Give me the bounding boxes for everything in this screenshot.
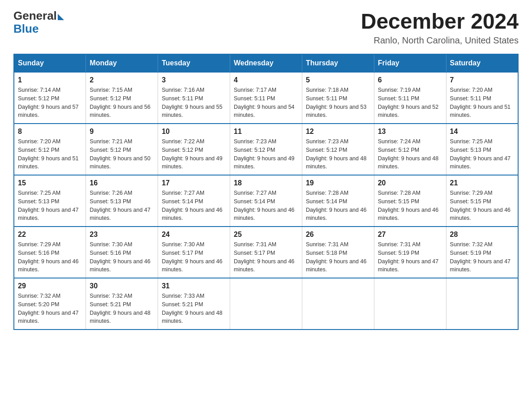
day-number: 7	[450, 76, 514, 84]
calendar-week-row: 29Sunrise: 7:32 AMSunset: 5:20 PMDayligh…	[14, 278, 518, 330]
day-info: Sunrise: 7:18 AMSunset: 5:11 PMDaylight:…	[306, 86, 370, 120]
day-info: Sunrise: 7:31 AMSunset: 5:19 PMDaylight:…	[378, 240, 442, 274]
day-info: Sunrise: 7:16 AMSunset: 5:11 PMDaylight:…	[162, 86, 226, 120]
calendar-cell: 5Sunrise: 7:18 AMSunset: 5:11 PMDaylight…	[302, 72, 374, 124]
day-number: 20	[378, 179, 442, 187]
day-info: Sunrise: 7:23 AMSunset: 5:12 PMDaylight:…	[306, 137, 370, 171]
weekday-header-thursday: Thursday	[302, 54, 374, 72]
day-number: 5	[306, 76, 370, 84]
day-number: 27	[378, 231, 442, 239]
day-number: 1	[18, 76, 82, 84]
calendar-cell: 17Sunrise: 7:27 AMSunset: 5:14 PMDayligh…	[158, 175, 230, 227]
day-info: Sunrise: 7:29 AMSunset: 5:16 PMDaylight:…	[18, 240, 82, 274]
day-info: Sunrise: 7:15 AMSunset: 5:12 PMDaylight:…	[90, 86, 154, 120]
calendar-cell: 29Sunrise: 7:32 AMSunset: 5:20 PMDayligh…	[14, 278, 86, 330]
day-number: 26	[306, 231, 370, 239]
day-number: 16	[90, 179, 154, 187]
weekday-header-wednesday: Wednesday	[230, 54, 302, 72]
calendar-cell: 27Sunrise: 7:31 AMSunset: 5:19 PMDayligh…	[374, 227, 446, 278]
calendar-table: SundayMondayTuesdayWednesdayThursdayFrid…	[13, 54, 519, 330]
day-number: 2	[90, 76, 154, 84]
day-number: 6	[378, 76, 442, 84]
day-info: Sunrise: 7:32 AMSunset: 5:21 PMDaylight:…	[90, 292, 154, 325]
logo-general-text: General	[13, 9, 57, 23]
day-number: 12	[306, 128, 370, 136]
calendar-cell: 1Sunrise: 7:14 AMSunset: 5:12 PMDaylight…	[14, 72, 86, 124]
day-number: 23	[90, 231, 154, 239]
day-info: Sunrise: 7:32 AMSunset: 5:20 PMDaylight:…	[18, 292, 82, 325]
day-info: Sunrise: 7:30 AMSunset: 5:16 PMDaylight:…	[90, 240, 154, 274]
day-info: Sunrise: 7:31 AMSunset: 5:18 PMDaylight:…	[306, 240, 370, 274]
calendar-cell: 26Sunrise: 7:31 AMSunset: 5:18 PMDayligh…	[302, 227, 374, 278]
day-info: Sunrise: 7:28 AMSunset: 5:14 PMDaylight:…	[306, 189, 370, 223]
day-number: 25	[234, 231, 298, 239]
day-info: Sunrise: 7:24 AMSunset: 5:12 PMDaylight:…	[378, 137, 442, 171]
calendar-cell: 2Sunrise: 7:15 AMSunset: 5:12 PMDaylight…	[86, 72, 158, 124]
day-info: Sunrise: 7:20 AMSunset: 5:11 PMDaylight:…	[450, 86, 514, 120]
day-info: Sunrise: 7:19 AMSunset: 5:11 PMDaylight:…	[378, 86, 442, 120]
day-info: Sunrise: 7:14 AMSunset: 5:12 PMDaylight:…	[18, 86, 82, 120]
day-info: Sunrise: 7:22 AMSunset: 5:12 PMDaylight:…	[162, 137, 226, 171]
calendar-cell: 8Sunrise: 7:20 AMSunset: 5:12 PMDaylight…	[14, 124, 86, 175]
calendar-cell: 15Sunrise: 7:25 AMSunset: 5:13 PMDayligh…	[14, 175, 86, 227]
day-info: Sunrise: 7:29 AMSunset: 5:15 PMDaylight:…	[450, 189, 514, 223]
calendar-cell: 6Sunrise: 7:19 AMSunset: 5:11 PMDaylight…	[374, 72, 446, 124]
day-info: Sunrise: 7:21 AMSunset: 5:12 PMDaylight:…	[90, 137, 154, 171]
day-number: 8	[18, 128, 82, 136]
day-number: 29	[18, 282, 82, 290]
day-info: Sunrise: 7:17 AMSunset: 5:11 PMDaylight:…	[234, 86, 298, 120]
logo-blue-text: Blue	[13, 22, 39, 36]
day-number: 31	[162, 282, 226, 290]
month-year-title: December 2024	[361, 9, 519, 34]
day-number: 18	[234, 179, 298, 187]
weekday-header-tuesday: Tuesday	[158, 54, 230, 72]
day-info: Sunrise: 7:31 AMSunset: 5:17 PMDaylight:…	[234, 240, 298, 274]
weekday-header-sunday: Sunday	[14, 54, 86, 72]
calendar-cell: 10Sunrise: 7:22 AMSunset: 5:12 PMDayligh…	[158, 124, 230, 175]
calendar-cell	[446, 278, 518, 330]
title-block: December 2024 Ranlo, North Carolina, Uni…	[361, 9, 519, 46]
day-number: 28	[450, 231, 514, 239]
calendar-cell: 3Sunrise: 7:16 AMSunset: 5:11 PMDaylight…	[158, 72, 230, 124]
calendar-cell: 11Sunrise: 7:23 AMSunset: 5:12 PMDayligh…	[230, 124, 302, 175]
day-number: 19	[306, 179, 370, 187]
day-number: 9	[90, 128, 154, 136]
calendar-cell: 20Sunrise: 7:28 AMSunset: 5:15 PMDayligh…	[374, 175, 446, 227]
calendar-cell: 18Sunrise: 7:27 AMSunset: 5:14 PMDayligh…	[230, 175, 302, 227]
calendar-week-row: 8Sunrise: 7:20 AMSunset: 5:12 PMDaylight…	[14, 124, 518, 175]
day-info: Sunrise: 7:32 AMSunset: 5:19 PMDaylight:…	[450, 240, 514, 274]
day-info: Sunrise: 7:30 AMSunset: 5:17 PMDaylight:…	[162, 240, 226, 274]
calendar-week-row: 1Sunrise: 7:14 AMSunset: 5:12 PMDaylight…	[14, 72, 518, 124]
day-info: Sunrise: 7:27 AMSunset: 5:14 PMDaylight:…	[162, 189, 226, 223]
day-number: 15	[18, 179, 82, 187]
weekday-header-row: SundayMondayTuesdayWednesdayThursdayFrid…	[14, 54, 518, 72]
day-info: Sunrise: 7:20 AMSunset: 5:12 PMDaylight:…	[18, 137, 82, 171]
calendar-cell: 19Sunrise: 7:28 AMSunset: 5:14 PMDayligh…	[302, 175, 374, 227]
weekday-header-monday: Monday	[86, 54, 158, 72]
day-info: Sunrise: 7:25 AMSunset: 5:13 PMDaylight:…	[450, 137, 514, 171]
calendar-cell	[302, 278, 374, 330]
calendar-cell: 4Sunrise: 7:17 AMSunset: 5:11 PMDaylight…	[230, 72, 302, 124]
logo: General Blue	[13, 9, 64, 36]
calendar-cell: 13Sunrise: 7:24 AMSunset: 5:12 PMDayligh…	[374, 124, 446, 175]
day-number: 10	[162, 128, 226, 136]
day-number: 4	[234, 76, 298, 84]
day-info: Sunrise: 7:27 AMSunset: 5:14 PMDaylight:…	[234, 189, 298, 223]
calendar-week-row: 22Sunrise: 7:29 AMSunset: 5:16 PMDayligh…	[14, 227, 518, 278]
calendar-cell: 31Sunrise: 7:33 AMSunset: 5:21 PMDayligh…	[158, 278, 230, 330]
calendar-cell: 14Sunrise: 7:25 AMSunset: 5:13 PMDayligh…	[446, 124, 518, 175]
calendar-cell	[374, 278, 446, 330]
day-number: 11	[234, 128, 298, 136]
day-number: 21	[450, 179, 514, 187]
page-header: General Blue December 2024 Ranlo, North …	[13, 9, 519, 46]
day-number: 30	[90, 282, 154, 290]
calendar-cell: 28Sunrise: 7:32 AMSunset: 5:19 PMDayligh…	[446, 227, 518, 278]
day-number: 13	[378, 128, 442, 136]
day-info: Sunrise: 7:33 AMSunset: 5:21 PMDaylight:…	[162, 292, 226, 325]
calendar-cell: 16Sunrise: 7:26 AMSunset: 5:13 PMDayligh…	[86, 175, 158, 227]
day-number: 14	[450, 128, 514, 136]
calendar-cell: 30Sunrise: 7:32 AMSunset: 5:21 PMDayligh…	[86, 278, 158, 330]
logo-arrow-icon	[58, 14, 64, 20]
calendar-week-row: 15Sunrise: 7:25 AMSunset: 5:13 PMDayligh…	[14, 175, 518, 227]
calendar-cell: 22Sunrise: 7:29 AMSunset: 5:16 PMDayligh…	[14, 227, 86, 278]
